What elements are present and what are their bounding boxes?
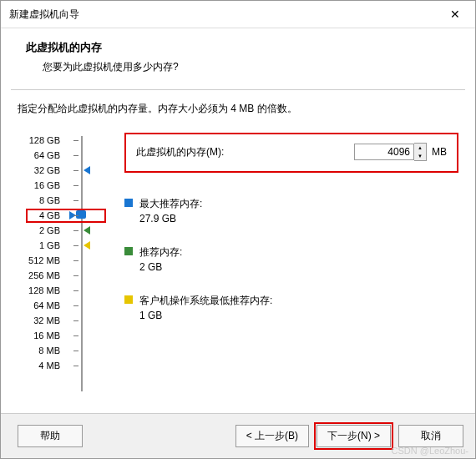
square-yellow-icon (124, 295, 133, 304)
page-subtitle: 您要为此虚拟机使用多少内存? (43, 60, 450, 74)
max-memory-label: 最大推荐内存: (139, 196, 202, 211)
memory-slider[interactable]: 128 GB64 GB32 GB16 GB8 GB4 GB2 GB1 GB512… (18, 133, 101, 373)
rec-memory-value: 2 GB (139, 260, 182, 275)
window-title: 新建虚拟机向导 (9, 8, 79, 22)
scale-tick: 8 MB (18, 343, 101, 358)
memory-input[interactable] (354, 144, 414, 160)
spinner-down-icon[interactable]: ▼ (414, 152, 426, 160)
scale-tick: 64 MB (18, 298, 101, 313)
scale-tick: 16 MB (18, 328, 101, 343)
scale-tick: 8 GB (18, 193, 101, 208)
back-button[interactable]: < 上一步(B) (235, 425, 309, 447)
help-button[interactable]: 帮助 (18, 425, 83, 447)
scale-tick: 256 MB (18, 268, 101, 283)
cancel-button[interactable]: 取消 (398, 425, 463, 447)
min-memory-value: 1 GB (139, 308, 272, 323)
scale-tick: 4 MB (18, 358, 101, 373)
next-button-highlight: 下一步(N) > (314, 422, 393, 450)
square-blue-icon (124, 199, 133, 207)
rec-memory-label: 推荐内存: (139, 245, 182, 260)
scale-tick: 128 GB (18, 133, 101, 148)
square-green-icon (124, 247, 133, 255)
next-button[interactable]: 下一步(N) > (316, 425, 391, 447)
memory-input-group: 此虚拟机的内存(M): ▲ ▼ MB (124, 133, 458, 173)
scale-tick: 32 GB (18, 163, 101, 178)
scale-tick: 16 GB (18, 178, 101, 193)
scale-tick: 2 GB (18, 223, 101, 238)
scale-tick: 512 MB (18, 253, 101, 268)
page-title: 此虚拟机的内存 (26, 40, 450, 55)
memory-unit: MB (432, 146, 447, 158)
instruction-text: 指定分配给此虚拟机的内存量。内存大小必须为 4 MB 的倍数。 (18, 102, 458, 116)
min-memory-label: 客户机操作系统最低推荐内存: (139, 293, 272, 308)
close-icon[interactable]: ✕ (443, 6, 467, 23)
max-memory-value: 27.9 GB (139, 211, 202, 226)
scale-tick: 128 MB (18, 283, 101, 298)
scale-tick: 1 GB (18, 238, 101, 253)
scale-tick: 64 GB (18, 148, 101, 163)
scale-tick: 4 GB (18, 208, 101, 223)
spinner-up-icon[interactable]: ▲ (414, 144, 426, 152)
scale-tick: 32 MB (18, 313, 101, 328)
memory-input-label: 此虚拟机的内存(M): (136, 145, 354, 159)
